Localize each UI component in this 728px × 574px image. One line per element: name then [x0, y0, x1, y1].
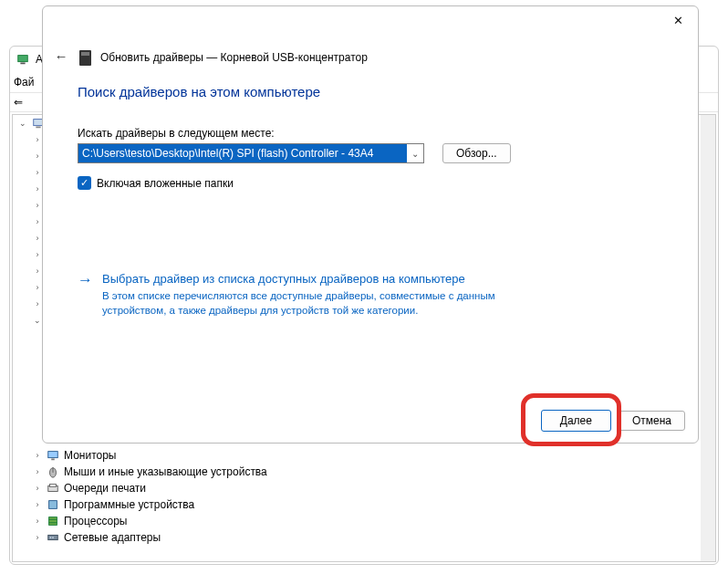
svg-rect-3: [36, 127, 40, 129]
tree-expand-icon[interactable]: ›: [33, 283, 42, 292]
path-combobox[interactable]: C:\Users\testo\Desktop\Intel(R) SPI (fla…: [78, 143, 424, 163]
tree-expand-icon[interactable]: ›: [33, 184, 42, 193]
checkbox-checked-icon[interactable]: ✓: [78, 176, 91, 190]
tree-category-label: Сетевые адаптеры: [64, 531, 161, 544]
category-icon: [46, 464, 60, 479]
tree-category[interactable]: ›Очереди печати: [13, 480, 715, 496]
svg-rect-5: [51, 459, 55, 461]
tree-expand-icon[interactable]: ›: [33, 500, 42, 509]
close-button[interactable]: ✕: [663, 10, 692, 32]
next-button[interactable]: Далее: [541, 410, 611, 432]
category-icon: [46, 497, 60, 512]
device-manager-icon: [16, 52, 30, 67]
pick-from-list-title[interactable]: Выбрать драйвер из списка доступных драй…: [102, 272, 531, 286]
svg-rect-11: [49, 517, 57, 526]
include-subfolders-checkbox[interactable]: ✓ Включая вложенные папки: [78, 176, 680, 190]
menu-file[interactable]: Фай: [14, 76, 35, 89]
tree-category-label: Программные устройства: [64, 498, 194, 511]
include-subfolders-label: Включая вложенные папки: [97, 177, 234, 190]
tree-category-label: Процессоры: [64, 515, 128, 527]
update-driver-dialog: ✕ ← Обновить драйверы — Корневой USB-кон…: [42, 5, 699, 444]
tree-category-label: Очереди печати: [64, 482, 146, 495]
dialog-title: Обновить драйверы — Корневой USB-концент…: [100, 51, 368, 64]
tree-expand-icon[interactable]: ›: [33, 250, 42, 259]
tree-expand-icon[interactable]: ›: [33, 299, 42, 308]
pick-from-list-link[interactable]: → Выбрать драйвер из списка доступных др…: [78, 272, 680, 318]
tree-expand-icon[interactable]: ›: [33, 168, 42, 177]
svg-rect-10: [49, 501, 57, 509]
tree-expand-icon[interactable]: ›: [33, 266, 42, 276]
path-value[interactable]: C:\Users\testo\Desktop\Intel(R) SPI (fla…: [78, 144, 407, 162]
category-icon: [46, 514, 60, 528]
page-title: Поиск драйверов на этом компьютере: [78, 84, 680, 99]
tree-category[interactable]: ›Программные устройства: [13, 496, 715, 513]
tree-category-label: Мониторы: [64, 449, 116, 462]
toolbar-fragment: ⇐: [14, 96, 23, 109]
cancel-button[interactable]: Отмена: [619, 411, 685, 431]
tree-expand-icon[interactable]: ›: [33, 484, 42, 493]
tree-expand-icon[interactable]: ›: [33, 217, 42, 226]
tree-expand-icon[interactable]: ›: [33, 451, 42, 460]
tree-expand-icon[interactable]: ›: [33, 201, 42, 210]
tree-category[interactable]: ›Мыши и иные указывающие устройства: [13, 464, 715, 480]
svg-point-15: [50, 537, 52, 538]
tree-category-label: Мыши и иные указывающие устройства: [64, 465, 267, 478]
device-icon: [79, 50, 91, 66]
svg-rect-1: [20, 63, 25, 65]
svg-point-16: [52, 537, 54, 538]
category-icon: [46, 481, 60, 496]
scrollbar-vertical[interactable]: [701, 115, 715, 561]
pick-from-list-desc: В этом списке перечисляются все доступны…: [102, 289, 531, 318]
category-icon: [46, 530, 60, 545]
tree-expand-icon[interactable]: ›: [33, 533, 42, 542]
tree-category[interactable]: ›Сетевые адаптеры: [13, 529, 715, 546]
category-icon: [46, 448, 60, 463]
arrow-right-icon: →: [78, 272, 93, 318]
tree-expand-icon[interactable]: ⌄: [18, 119, 27, 128]
chevron-down-icon[interactable]: ⌄: [407, 149, 423, 159]
tree-category[interactable]: ›Мониторы: [13, 447, 715, 464]
path-label: Искать драйверы в следующем месте:: [78, 127, 680, 140]
svg-rect-4: [48, 452, 58, 458]
tree-category[interactable]: ›Процессоры: [13, 513, 715, 529]
tree-expand-icon[interactable]: ⌄: [33, 316, 42, 325]
svg-rect-9: [50, 485, 57, 487]
tree-expand-icon[interactable]: ›: [33, 517, 42, 526]
back-button[interactable]: ←: [52, 48, 70, 67]
browse-button[interactable]: Обзор...: [442, 143, 511, 163]
svg-rect-0: [18, 56, 28, 62]
tree-expand-icon[interactable]: ›: [33, 151, 42, 161]
tree-expand-icon[interactable]: ›: [33, 234, 42, 243]
tree-expand-icon[interactable]: ›: [33, 135, 42, 144]
tree-expand-icon[interactable]: ›: [33, 467, 42, 476]
